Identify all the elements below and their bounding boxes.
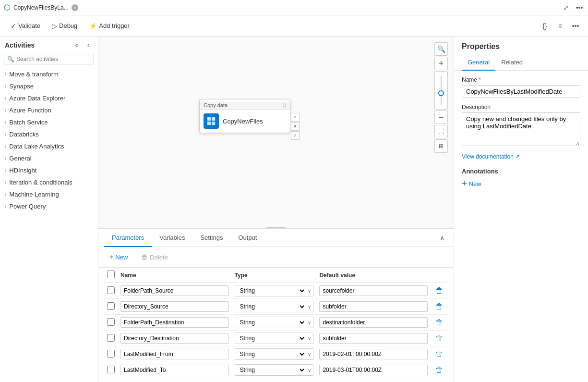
validate-button[interactable]: ✓ Validate <box>6 20 45 32</box>
row-checkbox[interactable] <box>107 350 115 357</box>
table-row: StringIntFloatBoolArrayObjectSecureStrin… <box>104 315 448 331</box>
list-view-button[interactable]: ≡ <box>553 19 567 33</box>
sidebar-item-move-transform[interactable]: › Move & transform <box>0 68 98 80</box>
collapse-sidebar-button[interactable]: ‹ <box>84 40 93 50</box>
search-canvas-button[interactable]: 🔍 <box>434 42 448 56</box>
add-annotation-button[interactable]: + New <box>462 179 481 189</box>
zoom-track <box>441 76 442 105</box>
row-checkbox[interactable] <box>107 318 115 326</box>
delete-row-button[interactable]: 🗑 <box>433 366 445 374</box>
sidebar-item-general[interactable]: › General <box>0 152 98 164</box>
param-name-input[interactable] <box>120 285 229 296</box>
sidebar-header: Activities « ‹ <box>0 37 98 54</box>
delete-row-button[interactable]: 🗑 <box>433 302 445 311</box>
sidebar-item-synapse[interactable]: › Synapse <box>0 80 98 92</box>
activity-node-body: CopyNewFiles <box>200 110 290 133</box>
canvas-main[interactable]: Copy data ⠿ CopyNewFiles <box>98 37 454 228</box>
param-default-value-input[interactable] <box>319 365 428 375</box>
required-indicator: * <box>477 76 481 83</box>
zoom-slider[interactable] <box>434 71 448 110</box>
param-name-input[interactable] <box>120 317 229 328</box>
activity-completion-button[interactable]: ✓ <box>291 131 300 140</box>
tab-variables[interactable]: Variables <box>152 229 192 247</box>
type-select[interactable]: StringIntFloatBoolArrayObjectSecureStrin… <box>235 285 306 296</box>
sidebar-item-data-lake-analytics[interactable]: › Data Lake Analytics <box>0 140 98 152</box>
zoom-in-button[interactable]: + <box>434 57 448 70</box>
fit-view-button[interactable]: ⛶ <box>434 125 448 138</box>
default-value-column-header: Default value <box>316 268 431 283</box>
collapse-all-button[interactable]: « <box>72 40 82 50</box>
type-select[interactable]: StringIntFloatBoolArrayObjectSecureStrin… <box>235 365 306 375</box>
param-default-value-input[interactable] <box>319 349 428 359</box>
type-select[interactable]: StringIntFloatBoolArrayObjectSecureStrin… <box>235 317 306 328</box>
type-select-wrap: StringIntFloatBoolArrayObjectSecureStrin… <box>235 285 314 296</box>
activity-node-header: Copy data ⠿ <box>200 101 290 110</box>
param-default-value-input[interactable] <box>319 333 428 344</box>
param-name-input[interactable] <box>120 365 229 375</box>
param-default-value-input[interactable] <box>319 301 428 312</box>
sidebar-item-databricks[interactable]: › Databricks <box>0 128 98 140</box>
sidebar-item-iteration-conditionals[interactable]: › Iteration & conditionals <box>0 176 98 188</box>
props-tab-general[interactable]: General <box>462 55 495 71</box>
row-checkbox[interactable] <box>107 366 115 373</box>
activity-success-button[interactable]: ✓ <box>291 113 300 122</box>
type-select[interactable]: StringIntFloatBoolArrayObjectSecureStrin… <box>235 301 306 312</box>
expand-icon[interactable]: ⤢ <box>561 3 571 12</box>
props-tab-related[interactable]: Related <box>495 55 528 71</box>
debug-button[interactable]: ▷ Debug <box>47 20 82 32</box>
sidebar-item-azure-data-explorer[interactable]: › Azure Data Explorer <box>0 92 98 104</box>
chevron-icon: › <box>5 96 6 101</box>
zoom-out-button[interactable]: − <box>434 111 448 124</box>
type-select[interactable]: StringIntFloatBoolArrayObjectSecureStrin… <box>235 333 306 344</box>
collapse-panel-button[interactable]: ∧ <box>436 232 448 244</box>
delete-parameter-button[interactable]: 🗑 Delete <box>136 251 173 263</box>
select-all-checkbox[interactable] <box>107 271 115 278</box>
param-default-value-input[interactable] <box>319 285 428 296</box>
delete-row-button[interactable]: 🗑 <box>433 286 445 295</box>
param-name-input[interactable] <box>120 349 229 359</box>
sidebar-title: Activities <box>5 41 35 49</box>
tab-output[interactable]: Output <box>230 229 264 247</box>
row-checkbox[interactable] <box>107 286 115 294</box>
add-trigger-button[interactable]: ⚡ Add trigger <box>84 20 134 32</box>
delete-row-button[interactable]: 🗑 <box>433 334 445 343</box>
sidebar-item-machine-learning[interactable]: › Machine Learning <box>0 188 98 200</box>
sidebar-item-azure-function[interactable]: › Azure Function <box>0 104 98 116</box>
view-documentation-link[interactable]: View documentation ↗ <box>462 153 580 160</box>
validate-icon: ✓ <box>11 22 16 30</box>
sidebar-item-power-query[interactable]: › Power Query <box>0 200 98 212</box>
description-textarea[interactable]: Copy new and changed files only by using… <box>462 112 580 146</box>
chevron-icon: › <box>5 84 6 89</box>
more-icon[interactable]: ••• <box>575 3 584 12</box>
chevron-icon: › <box>5 192 6 197</box>
chevron-icon: › <box>5 132 6 137</box>
annotations-label: Annotations <box>462 168 580 175</box>
activity-failure-button[interactable]: ✗ <box>291 122 300 131</box>
tab-close-button[interactable]: × <box>72 4 78 11</box>
name-input[interactable] <box>462 85 580 98</box>
plus-icon: + <box>109 253 113 261</box>
properties-panel: Properties General Related Name * Descri… <box>454 37 588 382</box>
delete-row-button[interactable]: 🗑 <box>433 318 445 327</box>
sidebar-item-batch-service[interactable]: › Batch Service <box>0 116 98 128</box>
param-name-input[interactable] <box>120 333 229 344</box>
activity-action-buttons: ✓ ✗ ✓ <box>291 113 300 140</box>
grid-view-button[interactable]: ⊞ <box>434 139 448 153</box>
param-default-value-input[interactable] <box>319 317 428 328</box>
code-view-button[interactable]: {} <box>538 19 552 33</box>
more-options-button[interactable]: ••• <box>569 19 582 33</box>
type-select[interactable]: StringIntFloatBoolArrayObjectSecureStrin… <box>235 349 306 359</box>
tab-settings[interactable]: Settings <box>192 229 230 247</box>
table-row: StringIntFloatBoolArrayObjectSecureStrin… <box>104 299 448 315</box>
new-parameter-button[interactable]: + New <box>104 251 132 263</box>
row-checkbox[interactable] <box>107 302 115 310</box>
activity-node[interactable]: Copy data ⠿ CopyNewFiles <box>199 99 290 133</box>
row-checkbox[interactable] <box>107 334 115 342</box>
param-name-input[interactable] <box>120 301 229 312</box>
tab-parameters[interactable]: Parameters <box>104 229 152 247</box>
sidebar-item-hdinsight[interactable]: › HDInsight <box>0 164 98 176</box>
chevron-down-icon: ∨ <box>306 288 313 294</box>
delete-row-button[interactable]: 🗑 <box>433 350 445 358</box>
search-input[interactable] <box>16 56 91 62</box>
chevron-down-icon: ∨ <box>306 352 313 357</box>
